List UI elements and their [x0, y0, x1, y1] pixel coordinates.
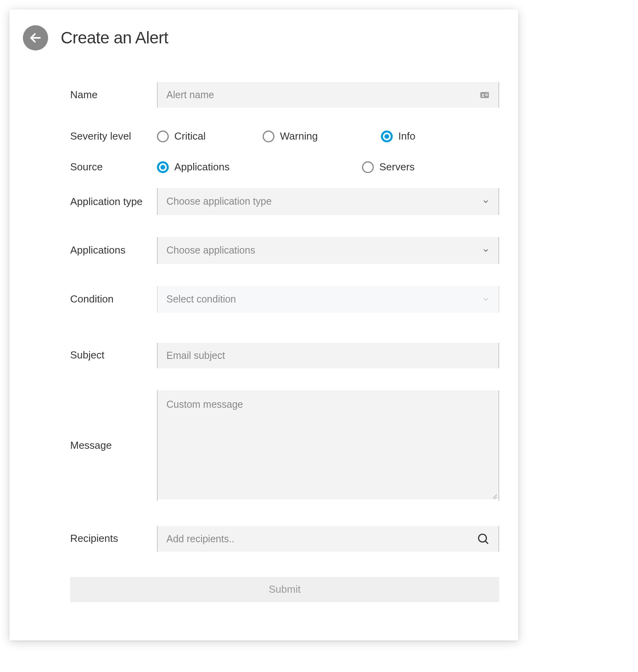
- application-type-select[interactable]: Choose application type: [158, 188, 498, 215]
- page-title: Create an Alert: [61, 28, 168, 47]
- svg-rect-4: [485, 95, 488, 96]
- label-condition: Condition: [70, 293, 157, 306]
- back-button[interactable]: [23, 25, 48, 50]
- row-recipients: Recipients: [70, 526, 505, 552]
- submit-button[interactable]: Submit: [70, 577, 499, 602]
- label-applications: Applications: [70, 244, 157, 257]
- label-source: Source: [70, 161, 157, 174]
- header: Create an Alert: [23, 25, 505, 50]
- search-icon: [476, 532, 490, 545]
- chevron-down-icon: [482, 198, 490, 205]
- row-name: Name: [70, 82, 505, 108]
- name-input[interactable]: [158, 82, 498, 108]
- label-severity: Severity level: [70, 130, 157, 143]
- row-severity: Severity level Critical Warning: [70, 130, 505, 143]
- svg-line-6: [485, 541, 488, 543]
- radio-severity-critical[interactable]: Critical: [157, 130, 263, 142]
- radio-indicator-icon: [362, 161, 374, 173]
- svg-point-2: [482, 93, 484, 95]
- radio-source-applications[interactable]: Applications: [157, 161, 362, 173]
- radio-label: Info: [398, 130, 415, 142]
- select-placeholder: Select condition: [166, 293, 236, 305]
- radio-indicator-icon: [381, 131, 393, 142]
- subject-input[interactable]: [158, 343, 498, 368]
- row-condition: Condition Select condition: [70, 286, 505, 313]
- label-recipients: Recipients: [70, 532, 157, 545]
- recipients-input[interactable]: [158, 526, 498, 552]
- row-source: Source Applications Servers: [70, 161, 505, 174]
- applications-select[interactable]: Choose applications: [158, 237, 498, 264]
- select-placeholder: Choose application type: [166, 196, 272, 207]
- create-alert-card: Create an Alert Name: [9, 9, 518, 640]
- svg-rect-1: [480, 92, 489, 98]
- chevron-down-icon: [482, 295, 490, 303]
- svg-rect-3: [485, 93, 488, 94]
- radio-indicator-icon: [157, 161, 169, 173]
- row-message: Message: [70, 390, 505, 501]
- radio-label: Applications: [174, 161, 229, 173]
- radio-indicator-icon: [157, 131, 169, 142]
- condition-select[interactable]: Select condition: [158, 286, 498, 313]
- label-subject: Subject: [70, 349, 157, 362]
- severity-radio-group: Critical Warning Info: [157, 130, 499, 142]
- radio-indicator-icon: [263, 131, 274, 142]
- radio-severity-info[interactable]: Info: [381, 130, 415, 142]
- arrow-left-icon: [29, 31, 42, 45]
- radio-label: Critical: [174, 130, 205, 142]
- alert-form: Name Severity le: [23, 82, 505, 602]
- svg-point-5: [479, 534, 487, 542]
- radio-label: Servers: [379, 161, 415, 173]
- source-radio-group: Applications Servers: [157, 161, 499, 173]
- row-applications: Applications Choose applications: [70, 237, 505, 264]
- radio-severity-warning[interactable]: Warning: [263, 130, 381, 142]
- id-card-icon: [479, 90, 490, 100]
- message-textarea[interactable]: [158, 390, 498, 499]
- row-subject: Subject: [70, 343, 505, 368]
- chevron-down-icon: [482, 246, 490, 254]
- radio-source-servers[interactable]: Servers: [362, 161, 415, 173]
- radio-label: Warning: [280, 130, 318, 142]
- label-name: Name: [70, 88, 157, 102]
- label-message: Message: [70, 439, 157, 452]
- select-placeholder: Choose applications: [166, 245, 255, 256]
- row-application-type: Application type Choose application type: [70, 188, 505, 215]
- label-application-type: Application type: [70, 188, 157, 209]
